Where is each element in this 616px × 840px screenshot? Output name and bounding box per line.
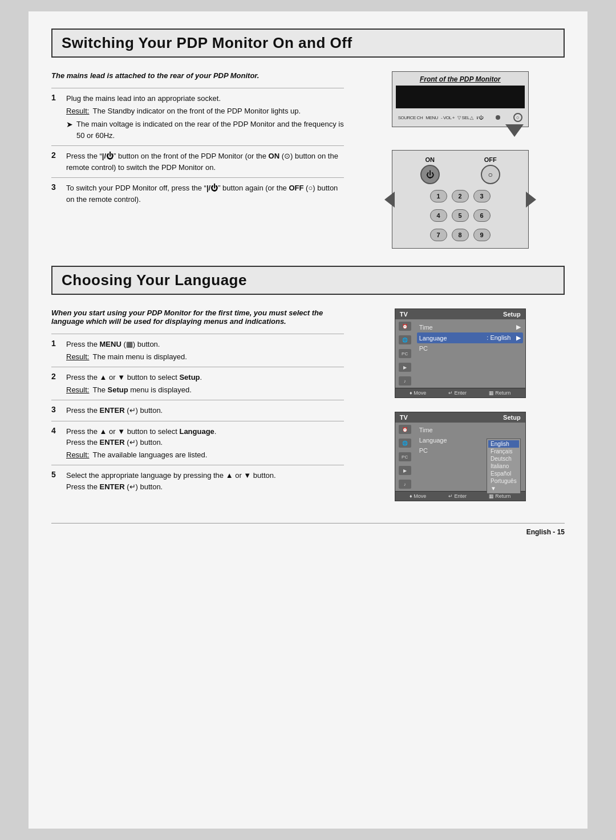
- section2-title: Choosing Your Language: [62, 271, 554, 289]
- menu-row-pc: PC: [419, 343, 521, 354]
- power-button: ○: [513, 113, 522, 122]
- off-button: ○: [481, 165, 500, 184]
- page-number: English - 15: [526, 528, 565, 536]
- monitor-diagram-title: Front of the PDP Monitor: [396, 75, 525, 83]
- lang-deutsch: Deutsch: [488, 455, 519, 462]
- page-footer: English - 15: [51, 523, 565, 536]
- menu2-row-time: Time: [419, 425, 521, 435]
- section2-title-box: Choosing Your Language: [51, 266, 565, 295]
- tv-icon-3: PC: [399, 349, 411, 358]
- tv-icon2-1: ⏰: [399, 425, 411, 434]
- keypad-row-2: 4 5 6: [430, 209, 491, 222]
- arrow-right-deco: [526, 192, 536, 208]
- section1-title: Switching Your PDP Monitor On and Off: [62, 34, 554, 52]
- tv-icon-2: 🌐: [399, 335, 411, 344]
- section1-content: The mains lead is attached to the rear o…: [51, 71, 565, 249]
- tv-menu-header-1: TV Setup: [395, 309, 525, 319]
- tv-icon-5: ♪: [399, 376, 411, 385]
- section1-left: The mains lead is attached to the rear o…: [51, 71, 344, 249]
- monitor-diagram: Front of the PDP Monitor SOURCE CH MENU …: [392, 71, 529, 127]
- arrow-left-deco: [384, 192, 395, 208]
- page: Switching Your PDP Monitor On and Off Th…: [29, 11, 587, 829]
- lang-step-2: 2 Press the ▲ or ▼ button to select Setu…: [51, 367, 344, 400]
- remote-on-off-row: ON ⏻ OFF ○: [420, 156, 500, 184]
- lang-dropdown: English Français Deutsch Italiano Españo…: [487, 439, 521, 494]
- tv-icon-1: ⏰: [399, 322, 411, 331]
- tv-icon2-5: ♪: [399, 480, 411, 489]
- step-1: 1 Plug the mains lead into an appropriat…: [51, 88, 344, 145]
- tv-menu-footer-1: ♦ Move ↵ Enter ▦ Return: [395, 388, 525, 397]
- section1-title-box: Switching Your PDP Monitor On and Off: [51, 29, 565, 58]
- monitor-arrow: [505, 124, 524, 137]
- lang-portugues: Português: [488, 477, 519, 485]
- section2-left: When you start using your PDP Monitor fo…: [51, 309, 344, 506]
- section2-intro: When you start using your PDP Monitor fo…: [51, 309, 344, 326]
- section2-right: TV Setup ⏰ 🌐 PC ▶ ♪ Time ▶: [355, 309, 565, 506]
- step-2: 2 Press the “|/⏻” button on the front of…: [51, 145, 344, 177]
- section1-intro: The mains lead is attached to the rear o…: [51, 71, 344, 80]
- menu-row-time: Time ▶: [419, 322, 521, 332]
- lang-italiano: Italiano: [488, 462, 519, 470]
- lang-step-5: 5 Select the appropriate language by pre…: [51, 465, 344, 497]
- lang-espanol: Español: [488, 470, 519, 477]
- section1-right: Front of the PDP Monitor SOURCE CH MENU …: [355, 71, 565, 249]
- monitor-controls: SOURCE CH MENU - VOL + ▽ SEL △ I/⏻ ○: [396, 112, 525, 123]
- tv-menu-diagram-2: TV Setup ⏰ 🌐 PC ▶ ♪ Time: [395, 412, 526, 501]
- step-3: 3 To switch your PDP Monitor off, press …: [51, 177, 344, 209]
- tv-menu-diagram-1: TV Setup ⏰ 🌐 PC ▶ ♪ Time ▶: [395, 309, 526, 398]
- keypad-row-3: 7 8 9: [430, 229, 491, 241]
- lang-francais: Français: [488, 448, 519, 455]
- lang-step-3: 3 Press the ENTER (↵) button.: [51, 400, 344, 421]
- lang-step-1: 1 Press the MENU (▦) button. Result: The…: [51, 334, 344, 367]
- tv-icon2-2: 🌐: [399, 439, 411, 448]
- tv-menu-header-2: TV Setup: [395, 412, 525, 423]
- menu-row-language: Language : English ▶: [417, 332, 523, 343]
- keypad-row-1: 1 2 3: [430, 190, 491, 202]
- tv-icon-4: ▶: [399, 363, 411, 372]
- lang-more: ▼: [488, 485, 519, 492]
- monitor-screen: [396, 86, 525, 108]
- standby-indicator: [496, 115, 500, 120]
- tv-icon2-4: ▶: [399, 466, 411, 475]
- lang-english: English: [488, 440, 519, 448]
- on-button: ⏻: [420, 165, 440, 184]
- tv-icon2-3: PC: [399, 452, 411, 461]
- remote-diagram: ON ⏻ OFF ○ 1 2 3 4 5 6: [392, 150, 529, 249]
- section2-content: When you start using your PDP Monitor fo…: [51, 309, 565, 506]
- lang-step-4: 4 Press the ▲ or ▼ button to select Lang…: [51, 421, 344, 465]
